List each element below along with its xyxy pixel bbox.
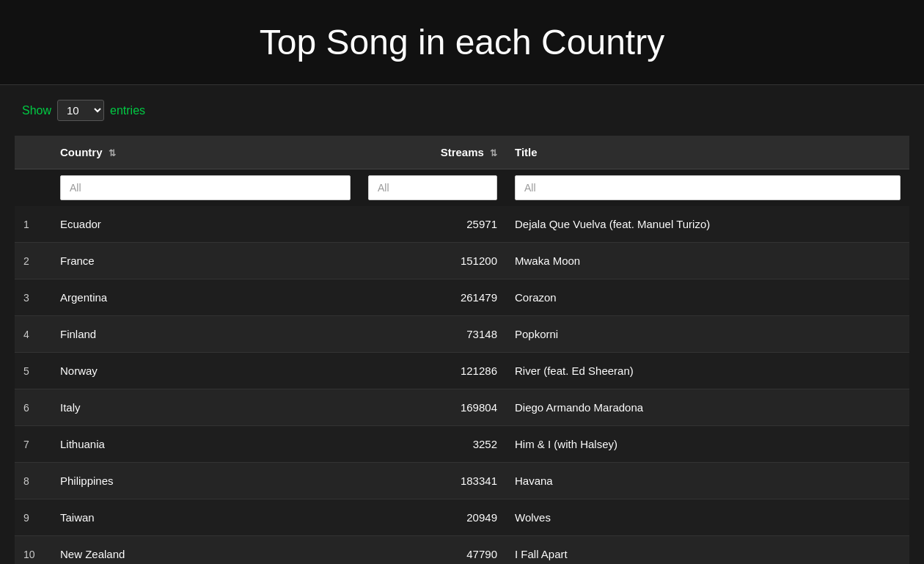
cell-streams: 20949 [359, 499, 506, 536]
cell-num: 2 [15, 243, 51, 279]
cell-streams: 183341 [359, 463, 506, 499]
table-row: 10New Zealand47790I Fall Apart [15, 536, 909, 565]
show-label: Show [22, 104, 51, 117]
table-container: Country ⇅ Streams ⇅ Title [0, 136, 924, 564]
col-streams-label: Streams [441, 146, 484, 158]
filter-streams-cell [359, 169, 506, 207]
cell-num: 9 [15, 499, 51, 536]
sort-streams-icon[interactable]: ⇅ [490, 148, 497, 158]
table-row: 2France151200Mwaka Moon [15, 243, 909, 279]
cell-streams: 121286 [359, 353, 506, 389]
col-title: Title [506, 136, 909, 169]
filter-num-cell [15, 169, 51, 207]
cell-streams: 73148 [359, 316, 506, 353]
table-row: 5Norway121286River (feat. Ed Sheeran) [15, 353, 909, 389]
cell-country: Argentina [51, 279, 359, 316]
filter-streams-input[interactable] [368, 175, 497, 200]
col-title-label: Title [515, 146, 538, 158]
cell-country: Italy [51, 389, 359, 426]
filter-country-cell [51, 169, 359, 207]
table-row: 7Lithuania3252Him & I (with Halsey) [15, 426, 909, 463]
filter-row [15, 169, 909, 207]
cell-country: Lithuania [51, 426, 359, 463]
table-controls: Show 10 25 50 100 entries [0, 85, 924, 136]
table-header-row: Country ⇅ Streams ⇅ Title [15, 136, 909, 169]
sort-country-icon[interactable]: ⇅ [109, 148, 116, 158]
entries-select[interactable]: 10 25 50 100 [57, 100, 104, 121]
cell-num: 3 [15, 279, 51, 316]
filter-country-input[interactable] [60, 175, 351, 200]
table-row: 3Argentina261479Corazon [15, 279, 909, 316]
cell-title: Havana [506, 463, 909, 499]
cell-country: New Zealand [51, 536, 359, 565]
cell-country: France [51, 243, 359, 279]
cell-num: 5 [15, 353, 51, 389]
cell-title: Diego Armando Maradona [506, 389, 909, 426]
cell-title: I Fall Apart [506, 536, 909, 565]
page-title: Top Song in each Country [15, 22, 909, 62]
cell-country: Norway [51, 353, 359, 389]
cell-streams: 169804 [359, 389, 506, 426]
cell-streams: 151200 [359, 243, 506, 279]
cell-streams: 3252 [359, 426, 506, 463]
cell-num: 7 [15, 426, 51, 463]
page-header: Top Song in each Country [0, 0, 924, 85]
cell-country: Ecuador [51, 206, 359, 243]
cell-streams: 261479 [359, 279, 506, 316]
cell-title: Popkorni [506, 316, 909, 353]
cell-country: Philippines [51, 463, 359, 499]
entries-label: entries [110, 104, 145, 117]
filter-title-input[interactable] [515, 175, 901, 200]
table-row: 4Finland73148Popkorni [15, 316, 909, 353]
cell-num: 4 [15, 316, 51, 353]
col-num [15, 136, 51, 169]
cell-num: 10 [15, 536, 51, 565]
data-table: Country ⇅ Streams ⇅ Title [15, 136, 909, 564]
cell-title: Mwaka Moon [506, 243, 909, 279]
cell-num: 1 [15, 206, 51, 243]
table-row: 9Taiwan20949Wolves [15, 499, 909, 536]
cell-num: 8 [15, 463, 51, 499]
filter-title-cell [506, 169, 909, 207]
table-row: 1Ecuador25971Dejala Que Vuelva (feat. Ma… [15, 206, 909, 243]
cell-num: 6 [15, 389, 51, 426]
cell-streams: 25971 [359, 206, 506, 243]
cell-title: Wolves [506, 499, 909, 536]
cell-title: Corazon [506, 279, 909, 316]
cell-streams: 47790 [359, 536, 506, 565]
cell-country: Taiwan [51, 499, 359, 536]
cell-title: Him & I (with Halsey) [506, 426, 909, 463]
table-row: 6Italy169804Diego Armando Maradona [15, 389, 909, 426]
col-country-label: Country [60, 146, 103, 158]
cell-title: River (feat. Ed Sheeran) [506, 353, 909, 389]
cell-title: Dejala Que Vuelva (feat. Manuel Turizo) [506, 206, 909, 243]
table-body: 1Ecuador25971Dejala Que Vuelva (feat. Ma… [15, 206, 909, 564]
cell-country: Finland [51, 316, 359, 353]
col-country[interactable]: Country ⇅ [51, 136, 359, 169]
table-row: 8Philippines183341Havana [15, 463, 909, 499]
col-streams[interactable]: Streams ⇅ [359, 136, 506, 169]
